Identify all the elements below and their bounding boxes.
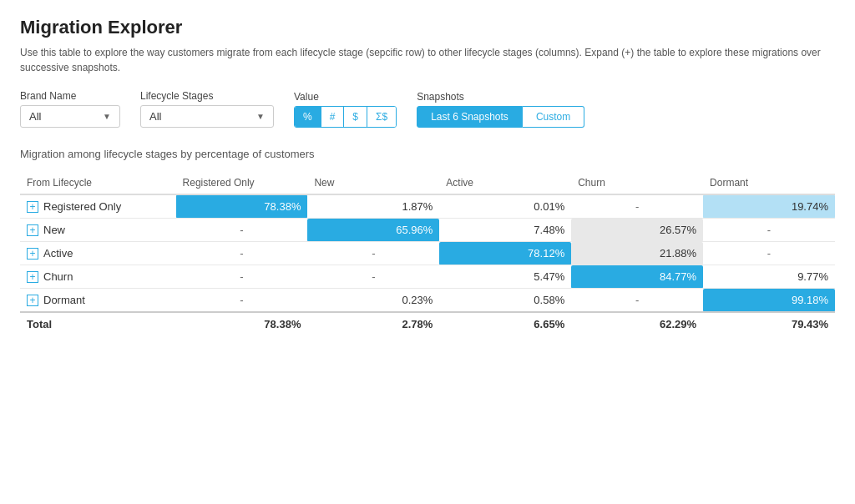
brand-value: All bbox=[29, 110, 41, 123]
data-cell: 78.12% bbox=[439, 242, 571, 265]
table-row: +Registered Only78.38%1.87%0.01%-19.74% bbox=[20, 194, 835, 219]
row-label-cell: +Registered Only bbox=[20, 194, 176, 219]
col-header-dormant: Dormant bbox=[703, 172, 835, 194]
total-cell: 62.29% bbox=[571, 312, 703, 335]
row-label-cell: +Dormant bbox=[20, 289, 176, 313]
table-header-row: From Lifecycle Registered Only New Activ… bbox=[20, 172, 835, 194]
value-btn-dollar[interactable]: $ bbox=[343, 107, 367, 127]
data-cell: 5.47% bbox=[439, 265, 571, 289]
table-row: +New-65.96%7.48%26.57%- bbox=[20, 219, 835, 242]
snapshot-last6-button[interactable]: Last 6 Snapshots bbox=[417, 106, 523, 128]
brand-control: Brand Name All ▼ bbox=[20, 90, 120, 128]
row-label-cell: +New bbox=[20, 219, 176, 242]
controls-row: Brand Name All ▼ Lifecycle Stages All ▼ … bbox=[20, 90, 835, 128]
data-cell: 84.77% bbox=[571, 265, 703, 289]
snapshots-label: Snapshots bbox=[417, 91, 584, 103]
total-cell: 79.43% bbox=[703, 312, 835, 335]
table-row: +Dormant-0.23%0.58%-99.18% bbox=[20, 289, 835, 313]
expand-icon[interactable]: + bbox=[27, 224, 38, 236]
data-cell: 21.88% bbox=[571, 242, 703, 265]
brand-label: Brand Name bbox=[20, 90, 120, 102]
row-label-text: Active bbox=[43, 247, 73, 260]
col-header-active: Active bbox=[439, 172, 571, 194]
expand-icon[interactable]: + bbox=[27, 201, 38, 213]
data-cell: 99.18% bbox=[703, 289, 835, 313]
value-control: Value % # $ Σ$ bbox=[294, 91, 397, 128]
data-cell: 0.23% bbox=[307, 289, 439, 313]
page-description: Use this table to explore the way custom… bbox=[20, 45, 835, 75]
table-total-row: Total78.38%2.78%6.65%62.29%79.43% bbox=[20, 312, 835, 335]
lifecycle-dropdown[interactable]: All ▼ bbox=[140, 105, 274, 128]
expand-icon[interactable]: + bbox=[27, 271, 38, 283]
data-cell: 19.74% bbox=[703, 194, 835, 219]
table-row: +Active--78.12%21.88%- bbox=[20, 242, 835, 265]
total-cell: 2.78% bbox=[307, 312, 439, 335]
row-label-text: Dormant bbox=[43, 294, 85, 306]
data-cell: 26.57% bbox=[571, 219, 703, 242]
total-cell: 78.38% bbox=[176, 312, 308, 335]
data-cell: 7.48% bbox=[439, 219, 571, 242]
data-cell: - bbox=[307, 265, 439, 289]
data-cell: 0.58% bbox=[439, 289, 571, 313]
data-cell: - bbox=[176, 242, 308, 265]
data-cell: - bbox=[176, 265, 308, 289]
data-cell: - bbox=[571, 194, 703, 219]
col-header-registered-only: Registered Only bbox=[176, 172, 308, 194]
data-cell: - bbox=[571, 289, 703, 313]
data-cell: - bbox=[176, 289, 308, 313]
data-cell: - bbox=[307, 242, 439, 265]
data-cell: 1.87% bbox=[307, 194, 439, 219]
data-cell: - bbox=[703, 219, 835, 242]
brand-dropdown[interactable]: All ▼ bbox=[20, 105, 120, 128]
value-btn-percent[interactable]: % bbox=[295, 107, 321, 127]
row-label-text: Churn bbox=[43, 270, 73, 283]
row-label-text: New bbox=[43, 224, 65, 236]
lifecycle-control: Lifecycle Stages All ▼ bbox=[140, 90, 274, 128]
table-row: +Churn--5.47%84.77%9.77% bbox=[20, 265, 835, 289]
snapshots-control: Snapshots Last 6 Snapshots Custom bbox=[417, 91, 584, 128]
value-toggle: % # $ Σ$ bbox=[294, 106, 397, 128]
col-header-churn: Churn bbox=[571, 172, 703, 194]
total-cell: 6.65% bbox=[439, 312, 571, 335]
expand-icon[interactable]: + bbox=[27, 248, 38, 260]
lifecycle-label: Lifecycle Stages bbox=[140, 90, 274, 102]
total-label: Total bbox=[20, 312, 176, 335]
page-title: Migration Explorer bbox=[20, 17, 835, 38]
snapshot-buttons: Last 6 Snapshots Custom bbox=[417, 106, 584, 128]
lifecycle-value: All bbox=[149, 110, 161, 123]
data-cell: - bbox=[176, 219, 308, 242]
data-cell: 9.77% bbox=[703, 265, 835, 289]
expand-icon[interactable]: + bbox=[27, 295, 38, 306]
migration-table: From Lifecycle Registered Only New Activ… bbox=[20, 172, 835, 335]
col-header-from-lifecycle: From Lifecycle bbox=[20, 172, 176, 194]
chevron-down-icon: ▼ bbox=[256, 112, 265, 121]
value-btn-sum[interactable]: Σ$ bbox=[367, 107, 396, 127]
row-label-text: Registered Only bbox=[43, 200, 121, 213]
table-section-title: Migration among lifecycle stages by perc… bbox=[20, 148, 835, 160]
row-label-cell: +Churn bbox=[20, 265, 176, 289]
snapshot-custom-button[interactable]: Custom bbox=[523, 106, 584, 128]
value-label: Value bbox=[294, 91, 397, 103]
value-btn-count[interactable]: # bbox=[321, 107, 344, 127]
data-cell: 0.01% bbox=[439, 194, 571, 219]
data-cell: - bbox=[703, 242, 835, 265]
row-label-cell: +Active bbox=[20, 242, 176, 265]
data-cell: 78.38% bbox=[176, 194, 308, 219]
col-header-new: New bbox=[307, 172, 439, 194]
data-cell: 65.96% bbox=[307, 219, 439, 242]
chevron-down-icon: ▼ bbox=[103, 112, 111, 121]
